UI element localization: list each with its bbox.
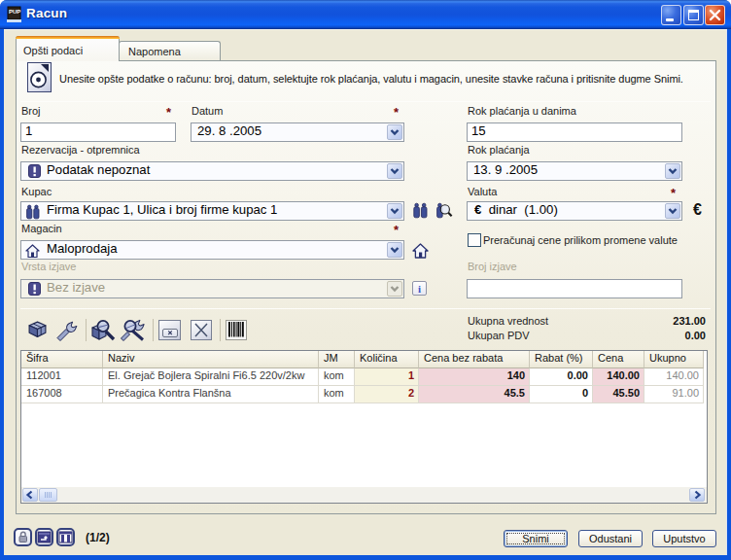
svg-text:PUP: PUP xyxy=(9,9,20,15)
